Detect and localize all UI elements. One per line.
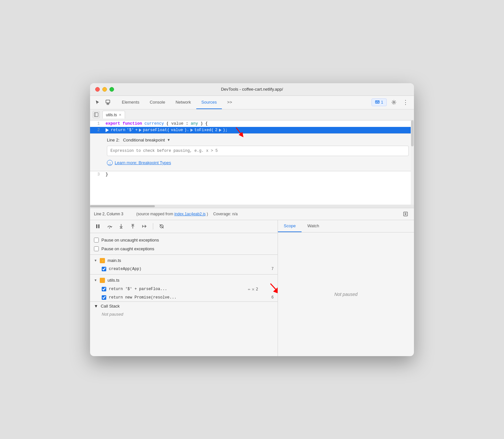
bp-learn-more-link[interactable]: → Learn more: Breakpoint Types — [107, 160, 409, 166]
devtools-window: DevTools - coffee-cart.netlify.app/ Elem… — [90, 83, 414, 356]
more-options-icon[interactable]: ⋮ — [401, 98, 410, 107]
editor-area: 1 export function currency ( value : any… — [90, 120, 414, 205]
bp-promise-checkbox[interactable] — [102, 295, 106, 300]
bp-createapp-checkbox[interactable] — [102, 267, 106, 271]
bp-header-text: Line 2: Conditional breakpoint — [107, 138, 165, 142]
line-number-3: 3 — [90, 171, 103, 178]
maximize-button[interactable] — [109, 87, 114, 92]
collapse-triangle-main: ▼ — [94, 259, 97, 262]
cursor-position: Line 2, Column 3 — [94, 212, 123, 216]
debugger-right-panel: Scope Watch Not paused — [278, 220, 414, 356]
line-content-3: } — [103, 171, 414, 178]
line-number-2: 2 — [90, 127, 103, 133]
file-tab-utils[interactable]: utils.ts × — [102, 111, 125, 118]
pause-caught-row: Pause on caught exceptions — [90, 244, 278, 253]
nav-tabs: Elements Console Network Sources >> — [117, 96, 372, 109]
svg-rect-27 — [101, 279, 104, 282]
bp-item-createapp: createApp(App) 7 — [90, 265, 278, 273]
line-content-1: export function currency ( value : any )… — [103, 120, 414, 127]
tab-elements[interactable]: Elements — [117, 96, 144, 109]
scope-not-paused: Not paused — [278, 232, 414, 356]
step-over-button[interactable] — [106, 222, 113, 230]
bp-link-icon: → — [107, 160, 113, 166]
coverage-download-icon[interactable] — [401, 209, 410, 219]
section-divider-1 — [90, 254, 278, 255]
pause-uncaught-checkbox[interactable] — [94, 238, 99, 242]
tab-more[interactable]: >> — [222, 96, 237, 109]
debug-toolbar — [90, 220, 278, 233]
pause-caught-checkbox[interactable] — [94, 246, 99, 251]
device-toggle-icon[interactable] — [104, 99, 111, 106]
notifications-button[interactable]: 1 — [372, 98, 387, 106]
svg-rect-1 — [107, 104, 109, 105]
deactivate-breakpoints-button[interactable] — [158, 222, 166, 230]
file-tab-name: utils.ts — [106, 113, 117, 117]
step-button[interactable] — [141, 222, 148, 230]
tab-network[interactable]: Network — [170, 96, 196, 109]
svg-text:⚡: ⚡ — [101, 259, 104, 262]
utils-ts-icon — [100, 278, 105, 283]
svg-line-11 — [236, 128, 242, 135]
editor-vertical-scrollbar[interactable] — [411, 120, 414, 205]
source-map-link[interactable]: index.1ac4eab2.js — [174, 212, 206, 216]
svg-marker-9 — [190, 129, 193, 132]
bp-createapp-line: 7 — [271, 267, 274, 271]
tab-watch[interactable]: Watch — [302, 220, 325, 232]
breakpoint-dialog: Line 2: Conditional breakpoint ▼ → Learn… — [90, 133, 414, 171]
svg-line-23 — [160, 224, 164, 228]
debug-divider — [153, 223, 153, 230]
debugger-left-panel: Pause on uncaught exceptions Pause on ca… — [90, 220, 278, 356]
tab-console[interactable]: Console — [144, 96, 170, 109]
svg-rect-5 — [94, 113, 98, 117]
tab-scope[interactable]: Scope — [278, 220, 302, 232]
bp-item-return-promise: return new Promise(resolve... 6 — [90, 294, 278, 301]
call-stack-label: Call Stack — [101, 304, 120, 309]
pause-caught-label: Pause on caught exceptions — [101, 246, 154, 251]
main-ts-icon: ⚡ — [100, 258, 105, 263]
call-stack-header[interactable]: ▼ Call Stack — [90, 301, 278, 310]
edit-breakpoint-icon[interactable]: ✏ — [248, 287, 251, 292]
toolbar-icons — [94, 99, 111, 106]
bp-header: Line 2: Conditional breakpoint ▼ — [107, 138, 409, 142]
editor-horizontal-scrollbar[interactable] — [90, 205, 414, 208]
pause-button[interactable] — [94, 222, 102, 230]
bp-dropdown-arrow[interactable]: ▼ — [167, 138, 170, 142]
status-right — [401, 209, 410, 219]
bp-expression-input[interactable] — [107, 146, 409, 156]
status-bar: Line 2, Column 3 (source mapped from ind… — [90, 208, 414, 220]
section-divider-2 — [90, 274, 278, 275]
line-content-2: return '$' + parseFloat( value ). toFixe… — [103, 127, 414, 133]
code-line-2: 2 return '$' + parseFloat( value ). toFi… — [90, 127, 414, 133]
bp-section-utils-ts[interactable]: ▼ utils.ts — [90, 276, 278, 285]
main-ts-filename: main.ts — [108, 258, 121, 263]
bp-createapp-code: createApp(App) — [109, 267, 142, 271]
scrollbar-h-thumb — [90, 205, 155, 207]
bp-item-return-parsefloat: return '$' + parseFloa... ✏ ✕ 2 — [90, 285, 278, 294]
pause-uncaught-label: Pause on uncaught exceptions — [101, 238, 159, 242]
panel-toggle-icon[interactable] — [93, 111, 100, 118]
step-out-button[interactable] — [129, 222, 137, 230]
delete-breakpoint-icon[interactable]: ✕ — [252, 287, 254, 292]
tab-sources[interactable]: Sources — [196, 96, 222, 109]
svg-marker-7 — [106, 128, 109, 132]
toolbar-right: 1 ⋮ — [372, 98, 410, 107]
minimize-button[interactable] — [102, 87, 107, 92]
call-stack-not-paused: Not paused — [90, 310, 278, 318]
traffic-lights — [95, 87, 114, 92]
settings-icon[interactable] — [389, 98, 398, 107]
bp-parsefloat-code: return '$' + parseFloa... — [109, 287, 167, 291]
editor-wrapper: 1 export function currency ( value : any… — [90, 120, 414, 208]
file-tab-close[interactable]: × — [119, 112, 121, 117]
collapse-triangle-utils: ▼ — [94, 278, 97, 282]
code-line-1: 1 export function currency ( value : any… — [90, 120, 414, 127]
bp-section-main-ts[interactable]: ▼ ⚡ main.ts — [90, 256, 278, 265]
title-bar: DevTools - coffee-cart.netlify.app/ — [90, 83, 414, 96]
code-line-3: 3 } — [90, 171, 414, 178]
svg-rect-0 — [106, 100, 110, 103]
step-into-button[interactable] — [117, 222, 125, 230]
cursor-icon[interactable] — [94, 99, 101, 106]
coverage-info: Coverage: n/a — [213, 212, 237, 216]
svg-rect-15 — [98, 224, 100, 228]
bp-parsefloat-checkbox[interactable] — [102, 287, 106, 291]
close-button[interactable] — [95, 87, 100, 92]
